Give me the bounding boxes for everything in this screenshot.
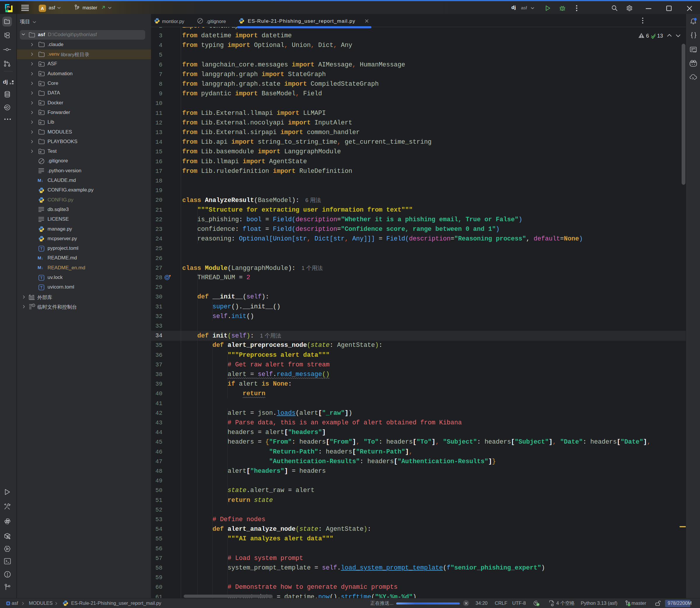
svg-text:13: 13 xyxy=(657,33,663,39)
svg-text:6: 6 xyxy=(646,33,649,39)
svg-text:PC: PC xyxy=(7,6,10,8)
